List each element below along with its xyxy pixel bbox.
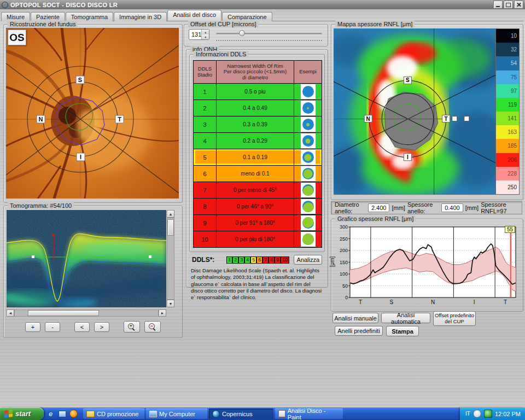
ddls-row-3[interactable]: 3 0.3 a 0.39 bbox=[194, 116, 322, 132]
start-label: start bbox=[15, 410, 31, 418]
ring-handle[interactable] bbox=[464, 116, 469, 121]
ddls-table: DDLS Stadio Narrowest Width Of Rim Per d… bbox=[193, 60, 322, 248]
tomogram-group: Tomogramma: #54/100 ▲ ▼ ◄ bbox=[3, 206, 183, 338]
vertical-scrollbar[interactable] bbox=[167, 218, 174, 300]
ddls-row-5-selected[interactable]: 5 0.1 a 0.19 bbox=[194, 149, 322, 165]
ddls-row-1[interactable]: 1 0.5 o piu bbox=[194, 83, 322, 100]
oct-bscan bbox=[7, 210, 166, 307]
zoom-in-button[interactable]: + bbox=[124, 321, 140, 332]
example-cell bbox=[294, 214, 322, 231]
tomogram-group-label: Tomogramma: #54/100 bbox=[8, 202, 74, 209]
eye-side-label: OS bbox=[8, 30, 26, 45]
scroll-up-button[interactable]: ▲ bbox=[167, 210, 174, 218]
vertical-scroll-thumb[interactable] bbox=[167, 219, 174, 236]
ddls-row-9[interactable]: 9 0 per 91° a 180° bbox=[194, 214, 322, 231]
next-scan-button[interactable]: > bbox=[94, 322, 109, 332]
ring-handle[interactable] bbox=[452, 116, 457, 121]
svg-text:50: 50 bbox=[342, 283, 348, 289]
default-rings-button[interactable]: Anelli predefiniti bbox=[335, 326, 383, 336]
cup-offset-slider-thumb[interactable] bbox=[239, 30, 245, 36]
horizontal-scrollbar[interactable] bbox=[14, 310, 159, 317]
cup-offset-spinner[interactable]: 131 ▲ ▼ bbox=[189, 29, 209, 40]
tab-comparazione[interactable]: Comparazione bbox=[222, 12, 272, 21]
stage-cell: 2 bbox=[194, 100, 217, 116]
tab-immagine-3d[interactable]: Immagine in 3D bbox=[114, 12, 167, 21]
restore-button[interactable] bbox=[504, 1, 513, 9]
stage-cell: 6 bbox=[194, 165, 217, 182]
ddls-row-8[interactable]: 8 0 per 46° a 90° bbox=[194, 198, 322, 214]
tomogram-image[interactable] bbox=[7, 210, 166, 307]
cup-disc-example-icon bbox=[302, 217, 314, 229]
ddls-row-7[interactable]: 7 0 per meno di 45° bbox=[194, 182, 322, 198]
svg-text:T: T bbox=[359, 299, 362, 305]
spinner-up-icon[interactable]: ▲ bbox=[202, 30, 209, 34]
horizontal-scroll-thumb[interactable] bbox=[28, 310, 99, 316]
ring-thickness-input[interactable]: 0.400 bbox=[441, 203, 463, 212]
show-desktop-icon[interactable] bbox=[57, 409, 67, 418]
title-bar: OPTOPOL SOCT - DISCO DISCO LR bbox=[0, 0, 525, 9]
language-indicator[interactable]: IT bbox=[465, 411, 470, 417]
cup-disc-example-icon bbox=[302, 102, 314, 114]
clock-tray-icon[interactable] bbox=[473, 410, 481, 418]
rnfl-tsnit-chart[interactable]: 050100150200250300TSNIT bbox=[336, 224, 520, 306]
task-copernicus[interactable]: Copernicus bbox=[209, 409, 273, 419]
scroll-right-button[interactable]: ► bbox=[159, 310, 166, 317]
print-button[interactable]: Stampa bbox=[386, 326, 419, 336]
antivirus-tray-icon[interactable] bbox=[484, 410, 492, 418]
fundus-group-label: Ricostruzione del fundus bbox=[8, 21, 78, 27]
decrease-button[interactable]: - bbox=[45, 322, 60, 332]
scale-segment: 75 bbox=[496, 71, 519, 84]
default-cup-offset-button[interactable]: Offset predefinito del CUP bbox=[433, 311, 476, 326]
task-cd-promozione[interactable]: CD promozione bbox=[83, 409, 144, 419]
internet-explorer-icon[interactable]: e bbox=[46, 409, 55, 418]
tab-tomogramma[interactable]: Tomogramma bbox=[66, 12, 113, 21]
example-cell bbox=[294, 182, 322, 198]
svg-text:150: 150 bbox=[340, 260, 348, 265]
scroll-left-button[interactable]: ◄ bbox=[7, 310, 14, 317]
ddls-stage-box-6: 6 bbox=[256, 256, 262, 264]
fundus-image[interactable]: OS bbox=[6, 28, 179, 199]
copernicus-app-icon bbox=[212, 410, 220, 418]
task-paint[interactable]: Analisi Disco - Paint bbox=[275, 409, 343, 419]
ddls-stage-box-1: 1 bbox=[226, 256, 232, 264]
scale-segment: 141 bbox=[496, 112, 519, 125]
media-player-icon[interactable] bbox=[69, 409, 78, 418]
analyze-button[interactable]: Analizza bbox=[294, 255, 322, 265]
range-cell: 0.4 a 0.49 bbox=[217, 100, 294, 116]
task-my-computer[interactable]: My Computer bbox=[146, 409, 207, 419]
previous-scan-button[interactable]: < bbox=[74, 322, 90, 332]
automatic-analysis-button[interactable]: Analisi automatica bbox=[381, 313, 430, 323]
stage-cell: 4 bbox=[194, 132, 217, 149]
cup-disc-example-icon bbox=[302, 201, 314, 212]
increase-button[interactable]: + bbox=[25, 322, 40, 332]
ddls-stage-box-2: 2 bbox=[232, 256, 238, 264]
example-cell bbox=[294, 149, 322, 165]
header-stage: DDLS Stadio bbox=[194, 61, 217, 83]
minimize-button[interactable] bbox=[493, 1, 503, 9]
svg-text:0: 0 bbox=[345, 295, 348, 300]
tab-paziente[interactable]: Paziente bbox=[31, 12, 65, 21]
zoom-out-button[interactable]: − bbox=[144, 321, 161, 332]
svg-text:I: I bbox=[474, 299, 475, 305]
rnfl-map-image[interactable]: S N T I bbox=[334, 28, 495, 195]
ddls-row-10[interactable]: 10 0 per piu di 180° bbox=[194, 231, 322, 247]
rnfl-heatmap: S N T I bbox=[334, 28, 495, 195]
rnfl-thickness-readout: Spessore RNFL=97 bbox=[481, 201, 518, 214]
ddls-row-2[interactable]: 2 0.4 a 0.49 bbox=[194, 100, 322, 116]
map-marker-temporal: T bbox=[445, 116, 448, 122]
manual-analysis-button[interactable]: Analisi manuale bbox=[332, 313, 378, 323]
spinner-down-icon[interactable]: ▼ bbox=[202, 34, 209, 39]
cup-offset-value: 131 bbox=[189, 30, 201, 39]
scale-segment: 250 bbox=[496, 180, 519, 194]
cup-offset-slider-track[interactable] bbox=[216, 33, 322, 35]
start-button[interactable]: start bbox=[0, 407, 44, 420]
scroll-down-button[interactable]: ▼ bbox=[167, 300, 174, 307]
ddls-row-6[interactable]: 6 meno di 0.1 bbox=[194, 165, 322, 182]
ring-diameter-input[interactable]: 2.400 bbox=[368, 203, 390, 212]
ddls-table-header: DDLS Stadio Narrowest Width Of Rim Per d… bbox=[194, 61, 322, 83]
close-button[interactable] bbox=[514, 1, 523, 9]
clock[interactable]: 12:02 PM bbox=[495, 411, 521, 417]
tab-misure[interactable]: Misure bbox=[1, 12, 30, 21]
tab-analisi-del-disco[interactable]: Analisi del disco bbox=[167, 10, 221, 21]
ddls-row-4[interactable]: 4 0.2 a 0.29 bbox=[194, 132, 322, 149]
